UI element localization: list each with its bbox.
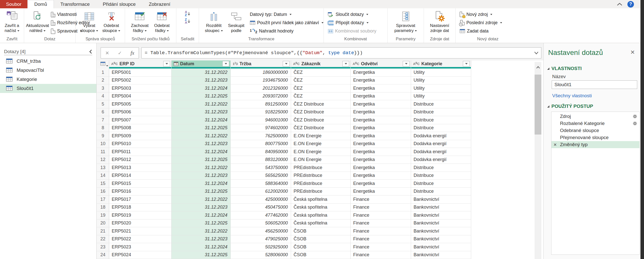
cell-trzba[interactable]: 762500000 [231,132,291,140]
keep-rows-button[interactable]: Zachovat řádky [129,10,151,33]
cell-datum[interactable]: 31.12.2022 [172,227,231,235]
help-icon[interactable]: ? [627,1,634,8]
table-row[interactable]: 14 ERP5014 31.12.2023 565625000 PREdistr… [97,172,543,180]
row-number[interactable]: 7 [97,116,109,124]
all-properties-link[interactable]: Všechny vlastnosti [552,93,592,99]
cell-trzba[interactable]: 1934675000 [231,77,291,85]
cell-datum[interactable]: 31.12.2025 [172,92,231,101]
sort-ascending-button[interactable]: AZ [183,10,192,17]
row-number[interactable]: 24 [97,251,109,259]
row-number[interactable]: 3 [97,84,109,92]
cell-zakaznik[interactable]: E.ON Energie [291,156,351,164]
enter-data-button[interactable]: Zadat data [459,27,503,35]
cell-erp-id[interactable]: ERP5020 [109,219,172,228]
cell-zakaznik[interactable]: ČEZ [291,69,351,77]
table-row[interactable]: 23 ERP5023 31.12.2024 502925000 ČSOB Fin… [97,243,543,251]
query-list-item[interactable]: MapovacíTbl [0,66,96,75]
cell-zakaznik[interactable]: PREdistribuce [291,180,351,188]
cell-zakaznik[interactable]: ČEZ [291,84,351,92]
cell-kategorie[interactable]: Bankovnictví [411,243,471,251]
cell-erp-id[interactable]: ERP5006 [109,108,172,116]
table-row[interactable]: 4 ERP5004 31.12.2025 2093072000 ČEZ Ener… [97,92,543,101]
cell-zakaznik[interactable]: Česká spořitelna [291,196,351,204]
cell-zakaznik[interactable]: E.ON Energie [291,148,351,156]
append-queries-button[interactable]: Připojit dotazy [327,19,377,27]
tab-transform[interactable]: Transformace [54,0,96,8]
cell-odvetvi[interactable]: Finance [351,211,411,219]
cell-trzba[interactable]: 543750000 [231,164,291,172]
step-settings-gear-icon[interactable] [633,121,637,125]
cell-kategorie[interactable]: Dodávka energií [411,156,471,164]
cell-datum[interactable]: 31.12.2022 [172,100,231,108]
cell-odvetvi[interactable]: Energetika [351,156,411,164]
delete-step-icon[interactable]: ✕ [553,142,557,147]
cell-odvetvi[interactable]: Energetika [351,69,411,77]
cell-erp-id[interactable]: ERP5021 [109,227,172,235]
cell-datum[interactable]: 31.12.2024 [172,243,231,251]
filter-button[interactable] [222,61,229,67]
row-number[interactable]: 16 [97,188,109,196]
table-row[interactable]: 22 ERP5022 31.12.2023 479025000 ČSOB Fin… [97,235,543,243]
group-by-button[interactable]: Seskupit podle [225,10,247,33]
cell-trzba[interactable]: 946001000 [231,116,291,124]
cell-kategorie[interactable]: Utility [411,92,471,101]
formula-commit-icon[interactable]: ✓ [118,50,122,56]
cell-kategorie[interactable]: Distribuce [411,180,471,188]
cell-zakaznik[interactable]: ČSOB [291,227,351,235]
cell-trzba[interactable]: 450475000 [231,204,291,212]
split-column-button[interactable]: Rozdělit sloupec [203,10,225,33]
cell-erp-id[interactable]: ERP5007 [109,116,172,124]
cell-datum[interactable]: 31.12.2023 [172,204,231,212]
cell-erp-id[interactable]: ERP5012 [109,156,172,164]
cell-erp-id[interactable]: ERP5023 [109,243,172,251]
cell-kategorie[interactable]: Dodávka energií [411,132,471,140]
table-row[interactable]: 15 ERP5015 31.12.2024 588364000 PREdistr… [97,180,543,188]
cell-datum[interactable]: 31.12.2024 [172,148,231,156]
cell-trzba[interactable]: 800775000 [231,140,291,148]
cell-odvetvi[interactable]: Energetika [351,108,411,116]
filter-button[interactable] [463,61,470,67]
row-number[interactable]: 22 [97,235,109,243]
row-number[interactable]: 11 [97,148,109,156]
merge-queries-button[interactable]: Sloučit dotazy [327,10,377,19]
cell-trzba[interactable]: 502925000 [231,243,291,251]
table-row[interactable]: 11 ERP5011 31.12.2024 840950000 E.ON Ene… [97,148,543,156]
cell-kategorie[interactable]: Bankovnictví [411,227,471,235]
cell-trzba[interactable]: 2093072000 [231,92,291,101]
row-number[interactable]: 12 [97,156,109,164]
table-row[interactable]: 21 ERP5021 31.12.2022 456250000 ČSOB Fin… [97,227,543,235]
cell-kategorie[interactable]: Utility [411,69,471,77]
cell-datum[interactable]: 31.12.2024 [172,180,231,188]
tab-home[interactable]: Domů [27,0,54,8]
formula-input[interactable]: = Table.TransformColumnTypes(#"Přejmenov… [141,47,541,58]
refresh-preview-button[interactable]: Aktualizovat náhled [25,10,50,33]
cell-odvetvi[interactable]: Finance [351,243,411,251]
cell-erp-id[interactable]: ERP5013 [109,164,172,172]
cell-trzba[interactable]: 840950000 [231,148,291,156]
cell-kategorie[interactable]: Distribuce [411,172,471,180]
cell-trzba[interactable]: 1860000000 [231,69,291,77]
replace-values-button[interactable]: 12 Nahradit hodnoty [249,27,325,35]
cell-odvetvi[interactable]: Energetika [351,116,411,124]
cell-datum[interactable]: 31.12.2025 [172,156,231,164]
cell-kategorie[interactable]: Bankovnictví [411,251,471,259]
cell-datum[interactable]: 31.12.2024 [172,211,231,219]
cell-odvetvi[interactable]: Energetika [351,100,411,108]
column-header-erp-id[interactable]: ABC ERP ID [109,60,172,67]
cell-datum[interactable]: 31.12.2023 [172,77,231,85]
column-header-odvetvi[interactable]: ABC Odvětví [351,60,411,67]
cell-kategorie[interactable]: Bankovnictví [411,204,471,212]
cell-odvetvi[interactable]: Finance [351,235,411,243]
row-number[interactable]: 13 [97,164,109,172]
cell-kategorie[interactable]: Bankovnictví [411,196,471,204]
new-source-button[interactable]: Nový zdroj [459,10,503,19]
cell-kategorie[interactable]: Bankovnictví [411,219,471,228]
table-row[interactable]: 5 ERP5005 31.12.2022 891250000 ČEZ Distr… [97,100,543,108]
cell-zakaznik[interactable]: E.ON Energie [291,140,351,148]
row-number[interactable]: 5 [97,100,109,108]
cell-kategorie[interactable]: Distribuce [411,124,471,132]
cell-odvetvi[interactable]: Finance [351,251,411,259]
cell-kategorie[interactable]: Distribuce [411,164,471,172]
cell-kategorie[interactable]: Distribuce [411,100,471,108]
table-row[interactable]: 9 ERP5009 31.12.2022 762500000 E.ON Ener… [97,132,543,140]
